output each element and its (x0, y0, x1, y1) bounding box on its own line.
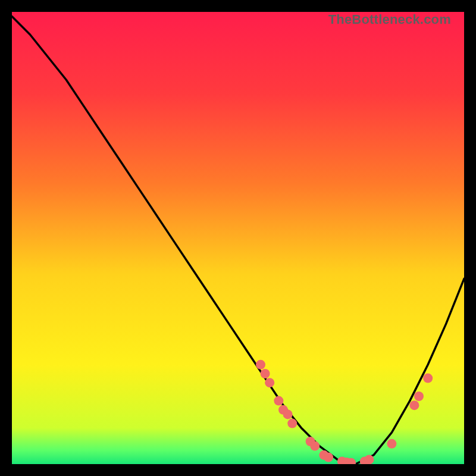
attribution-label: TheBottleneck.com (328, 12, 451, 27)
gradient-background (12, 12, 464, 464)
data-point (414, 392, 424, 401)
data-point (324, 453, 333, 462)
data-point (310, 441, 320, 451)
chart-svg (12, 12, 464, 464)
data-point (409, 400, 419, 410)
data-point (387, 439, 396, 449)
data-point (283, 409, 293, 419)
data-point (287, 419, 297, 428)
data-point (423, 374, 433, 383)
chart-frame: TheBottleneck.com (12, 12, 464, 464)
data-point (261, 369, 270, 378)
data-point (274, 396, 283, 406)
data-point (265, 378, 274, 387)
data-point (364, 455, 374, 464)
data-point (256, 360, 265, 369)
